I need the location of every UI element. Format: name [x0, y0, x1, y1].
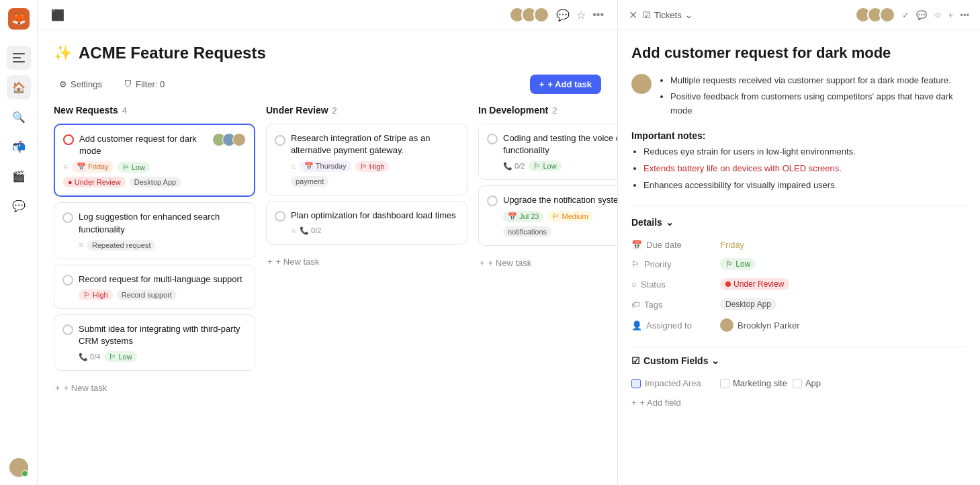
nav-chat-icon[interactable]: 💬 [7, 193, 31, 218]
detail-avatar-3 [879, 7, 895, 23]
nav-search-icon[interactable]: 🔍 [7, 105, 31, 129]
column-header-in-dev: In Development 2 [478, 105, 617, 116]
card-meta-stripe: ≡ 📅 Thursday 🏳 High [291, 161, 459, 172]
detail-add-icon[interactable]: + [948, 10, 954, 20]
detail-chat-icon[interactable]: 💬 [916, 10, 927, 20]
card-meta-language: 🏳 High Record support [79, 290, 242, 300]
status-value[interactable]: Under Review [720, 278, 789, 290]
detail-content: Add customer request for dark mode Multi… [618, 30, 980, 421]
row-priority: 🏳 Priority 🏳 Low [631, 254, 967, 274]
cb-marketing[interactable] [720, 379, 729, 388]
star-icon[interactable]: ☆ [576, 9, 586, 21]
task-status-circle-notif[interactable] [487, 195, 498, 206]
align-icon: ≡ [63, 163, 68, 172]
custom-fields-header[interactable]: ☑ Custom Fields ⌄ [631, 355, 967, 366]
sparkle-icon: ✨ [54, 44, 72, 62]
row-due-date: 📅 Due date Friday [631, 236, 967, 254]
impacted-area-label: Impacted Area [631, 378, 712, 388]
filter-button[interactable]: ⛉ Filter: 0 [118, 77, 170, 92]
header-right: 💬 ☆ ••• [509, 7, 604, 23]
details-chevron: ⌄ [666, 217, 674, 228]
board-header: ✨ ACME Feature Requests [38, 30, 617, 69]
plus-icon-ur: + [267, 257, 273, 267]
task-status-circle-dash[interactable] [275, 211, 285, 222]
task-status-circle-voice[interactable] [487, 134, 498, 144]
column-count-new-requests: 4 [122, 105, 127, 116]
column-under-review: Under Review 2 Research integration of S… [266, 105, 467, 474]
card-meta-dark-mode: ≡ 📅 Friday 🏳 Low [63, 161, 246, 173]
sidebar-toggle-icon[interactable]: ⬛ [51, 9, 64, 21]
assigned-value[interactable]: Brooklyn Parker [720, 318, 799, 332]
breadcrumb[interactable]: ☑ Tickets ⌄ [643, 10, 693, 20]
card-tag-payment: payment [291, 176, 328, 187]
column-title-in-dev: In Development [478, 105, 548, 116]
card-tag-desktop: Desktop App [130, 177, 181, 187]
column-title-new-requests: New Requests [54, 105, 118, 116]
column-new-requests: New Requests 4 Add customer request for … [54, 105, 255, 474]
board-title: ✨ ACME Feature Requests [54, 44, 601, 62]
new-task-under-review[interactable]: + + New task [266, 253, 467, 271]
details-label: Details [631, 217, 662, 228]
impacted-area-label-text: Impacted Area [645, 378, 701, 388]
new-task-new-requests[interactable]: + + New task [54, 379, 255, 397]
cb-marketing-label: Marketing site [733, 378, 787, 388]
add-field-label: + Add field [640, 398, 681, 408]
task-status-circle-crm[interactable] [62, 324, 73, 335]
close-icon[interactable]: ✕ [629, 9, 637, 21]
priority-value[interactable]: 🏳 Low [720, 258, 756, 270]
card-meta-search: ≡ Repeated request [79, 240, 247, 251]
new-task-in-dev[interactable]: + + New task [478, 254, 617, 272]
card-notifications[interactable]: Upgrade the notification system 📅 Jul 23… [478, 185, 617, 245]
task-status-circle[interactable] [63, 134, 74, 145]
nav-media-icon[interactable]: 🎬 [7, 164, 31, 188]
filter-icon: ⛉ [124, 79, 132, 89]
main-content: ⬛ 💬 ☆ ••• ✨ ACME Feature Requests ⚙ Sett… [38, 0, 617, 485]
card-title-stripe: Research integration of Stripe as an alt… [291, 132, 459, 157]
cf-marketing-site[interactable]: Marketing site [720, 378, 787, 388]
card-crm[interactable]: Submit idea for integrating with third-p… [54, 314, 255, 371]
more-icon[interactable]: ••• [592, 9, 604, 21]
due-date-label-text: Due date [646, 240, 682, 250]
nav-inbox-icon[interactable]: 📬 [7, 134, 31, 159]
details-section-header[interactable]: Details ⌄ [631, 217, 967, 228]
chat-icon[interactable]: 💬 [556, 9, 570, 21]
settings-button[interactable]: ⚙ Settings [54, 77, 107, 92]
detail-star-icon[interactable]: ☆ [934, 10, 942, 20]
card-priority-voice: 🏳 Low [529, 161, 561, 171]
note-2: Extends battery life on devices with OLE… [643, 162, 967, 176]
detail-check-icon[interactable]: ✓ [902, 10, 909, 20]
task-status-circle-lang[interactable] [62, 275, 73, 285]
detail-avatars [855, 7, 895, 23]
nav-user-avatar[interactable] [9, 458, 28, 477]
card-dark-mode[interactable]: Add customer request for dark mode ≡ 📅 F… [54, 124, 255, 197]
card-stripe[interactable]: Research integration of Stripe as an alt… [266, 124, 467, 195]
nav-sidebar-toggle[interactable] [7, 46, 31, 70]
cf-app[interactable]: App [793, 378, 821, 388]
card-search[interactable]: Log suggestion for enhanced search funct… [54, 202, 255, 259]
due-date-value[interactable]: Friday [720, 240, 744, 250]
add-task-button[interactable]: + + Add task [530, 75, 601, 94]
card-tag-row-stripe: payment [291, 176, 459, 187]
cb-app[interactable] [793, 379, 802, 388]
card-tag-notifications: notifications [503, 226, 551, 237]
card-dashboard[interactable]: Plan optimization for dashboard load tim… [266, 201, 467, 244]
row-status: ○ Status Under Review [631, 274, 967, 294]
task-status-circle-search[interactable] [62, 212, 73, 223]
column-count-under-review: 2 [332, 105, 337, 116]
app-logo[interactable]: 🦊 [8, 8, 30, 30]
breadcrumb-chevron: ⌄ [685, 10, 693, 20]
column-count-in-dev: 2 [552, 105, 557, 116]
task-status-circle-stripe[interactable] [275, 135, 285, 146]
nav-home-icon[interactable]: 🏠 [7, 75, 31, 99]
detail-more-icon[interactable]: ••• [960, 10, 969, 20]
card-language[interactable]: Record request for multi-language suppor… [54, 265, 255, 309]
toolbar-left: ⚙ Settings ⛉ Filter: 0 [54, 77, 170, 92]
add-field-button[interactable]: + + Add field [631, 398, 967, 408]
header-left: ⬛ [51, 9, 64, 21]
card-tag-row-notif: notifications [503, 226, 617, 237]
card-voice[interactable]: Coding and testing the voice command fun… [478, 124, 617, 180]
important-notes-body: Reduces eye strain for users in low-ligh… [631, 145, 967, 192]
card-title-voice: Coding and testing the voice command fun… [503, 132, 617, 157]
add-field-icon: + [631, 398, 637, 408]
tags-value[interactable]: Desktop App [720, 298, 776, 310]
